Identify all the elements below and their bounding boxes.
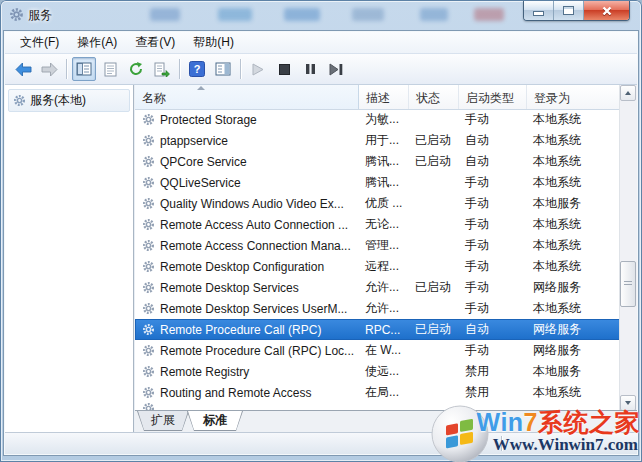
toolbar-separator bbox=[66, 59, 67, 79]
service-description: 无论... bbox=[359, 216, 409, 233]
table-row[interactable]: Quality Windows Audio Video Ex... 优质 ...… bbox=[135, 193, 620, 214]
table-row[interactable]: Remote Desktop Services 允许... 已启动 手动 网络服… bbox=[135, 277, 620, 298]
column-header-startup-type[interactable]: 启动类型 bbox=[459, 85, 527, 109]
service-startup-type: 手动 bbox=[459, 174, 527, 191]
restart-icon bbox=[329, 63, 343, 76]
column-header-status[interactable]: 状态 bbox=[409, 85, 459, 109]
refresh-button[interactable] bbox=[124, 57, 148, 81]
table-row[interactable]: Remote Access Connection Mana... 管理... 手… bbox=[135, 235, 620, 256]
table-row[interactable]: Remote Registry 使远... 禁用 本地服务 bbox=[135, 361, 620, 382]
console-tree-pane: 服务(本地) bbox=[5, 85, 134, 432]
table-row[interactable]: Remote Procedure Call (RPC) RPC... 已启动 自… bbox=[135, 319, 620, 340]
service-startup-type: 手动 bbox=[459, 195, 527, 212]
menu-help[interactable]: 帮助(H) bbox=[184, 31, 243, 54]
table-row[interactable]: Remote Procedure Call (RPC) Loc... 在 W..… bbox=[135, 340, 620, 361]
service-logon-as: 本地系统 bbox=[527, 300, 620, 317]
menu-view[interactable]: 查看(V) bbox=[126, 31, 184, 54]
toolbar-separator bbox=[240, 59, 241, 79]
service-gear-icon bbox=[142, 134, 155, 147]
column-header-name[interactable]: 名称 bbox=[135, 85, 359, 109]
service-status: 已启动 bbox=[409, 132, 459, 149]
restart-service-button[interactable] bbox=[324, 57, 348, 81]
help-button[interactable]: ? bbox=[185, 57, 209, 81]
titlebar-glass-artifact bbox=[474, 8, 504, 21]
service-startup-type: 手动 bbox=[459, 300, 527, 317]
service-description: 管理... bbox=[359, 237, 409, 254]
minimize-icon bbox=[533, 11, 544, 16]
titlebar-glass-artifact bbox=[420, 8, 448, 21]
column-header-label: 名称 bbox=[142, 91, 166, 105]
service-name: ptappservice bbox=[160, 134, 228, 148]
service-status: 已启动 bbox=[409, 321, 459, 338]
minimize-button[interactable] bbox=[524, 1, 554, 20]
service-gear-icon bbox=[142, 365, 155, 378]
properties-button[interactable] bbox=[98, 57, 122, 81]
tab-standard[interactable]: 标准 bbox=[187, 411, 243, 431]
close-button[interactable] bbox=[584, 1, 629, 20]
service-startup-type: 自动 bbox=[459, 132, 527, 149]
start-service-button[interactable] bbox=[246, 57, 270, 81]
scrollbar-thumb[interactable] bbox=[620, 261, 636, 307]
service-logon-as: 本地服务 bbox=[527, 195, 620, 212]
toolbar-separator bbox=[179, 59, 180, 79]
forward-button[interactable] bbox=[37, 57, 61, 81]
vertical-scrollbar[interactable] bbox=[619, 85, 637, 411]
tab-extended[interactable]: 扩展 bbox=[137, 411, 189, 431]
column-header-label: 启动类型 bbox=[466, 91, 514, 105]
services-window: 服务 文件(F) 操作(A) 查看(V) 帮助(H) bbox=[0, 0, 642, 462]
tree-item-services-local[interactable]: 服务(本地) bbox=[8, 89, 130, 112]
menu-action[interactable]: 操作(A) bbox=[68, 31, 126, 54]
titlebar-glass-artifact bbox=[284, 8, 320, 21]
service-startup-type: 手动 bbox=[459, 216, 527, 233]
service-logon-as: 本地系统 bbox=[527, 132, 620, 149]
export-list-button[interactable] bbox=[150, 57, 174, 81]
service-startup-type: 禁用 bbox=[459, 363, 527, 380]
forward-icon bbox=[41, 62, 58, 77]
table-row[interactable]: QQLiveService 腾讯... 手动 本地系统 bbox=[135, 172, 620, 193]
pause-icon bbox=[305, 63, 316, 75]
pause-service-button[interactable] bbox=[298, 57, 322, 81]
table-row[interactable]: Routing and Remote Access 在局... 禁用 本地系统 bbox=[135, 382, 620, 403]
show-console-tree-button[interactable] bbox=[72, 57, 96, 81]
service-gear-icon bbox=[142, 386, 155, 399]
scroll-down-button[interactable] bbox=[620, 395, 636, 411]
titlebar-glass-artifact bbox=[218, 8, 252, 21]
column-header-description[interactable]: 描述 bbox=[359, 85, 409, 109]
table-row[interactable]: Remote Access Auto Connection ... 无论... … bbox=[135, 214, 620, 235]
menu-file[interactable]: 文件(F) bbox=[11, 31, 68, 54]
service-logon-as: 网络服务 bbox=[527, 279, 620, 296]
title-bar[interactable]: 服务 bbox=[0, 0, 642, 30]
column-header-label: 状态 bbox=[416, 91, 440, 105]
service-gear-icon bbox=[142, 344, 155, 357]
table-row[interactable]: Protected Storage 为敏... 手动 本地系统 bbox=[135, 109, 620, 130]
service-gear-icon bbox=[142, 155, 155, 168]
service-description: 腾讯... bbox=[359, 174, 409, 191]
client-area: 文件(F) 操作(A) 查看(V) 帮助(H) bbox=[3, 30, 639, 456]
service-status: 已启动 bbox=[409, 279, 459, 296]
stop-service-button[interactable] bbox=[272, 57, 296, 81]
service-description: 远程... bbox=[359, 258, 409, 275]
maximize-button[interactable] bbox=[554, 1, 584, 20]
start-icon bbox=[252, 63, 264, 76]
back-button[interactable] bbox=[11, 57, 35, 81]
table-row[interactable]: Remote Desktop Services UserM... 允许... 手… bbox=[135, 298, 620, 319]
service-logon-as: 本地系统 bbox=[527, 258, 620, 275]
table-row[interactable]: QPCore Service 腾讯... 已启动 自动 本地系统 bbox=[135, 151, 620, 172]
service-gear-icon bbox=[142, 260, 155, 273]
service-logon-as: 网络服务 bbox=[527, 342, 620, 359]
service-startup-type: 禁用 bbox=[459, 384, 527, 401]
column-header-logon-as[interactable]: 登录为 bbox=[527, 85, 620, 109]
tab-label: 标准 bbox=[203, 413, 227, 427]
service-gear-icon bbox=[142, 281, 155, 294]
show-action-pane-button[interactable] bbox=[211, 57, 235, 81]
service-description: 腾讯... bbox=[359, 153, 409, 170]
service-startup-type: 自动 bbox=[459, 153, 527, 170]
table-row[interactable]: Remote Desktop Configuration 远程... 手动 本地… bbox=[135, 256, 620, 277]
toolbar: ? bbox=[5, 54, 637, 85]
service-name: Remote Desktop Configuration bbox=[160, 260, 324, 274]
table-row[interactable]: ptappservice 用于... 已启动 自动 本地系统 bbox=[135, 130, 620, 151]
service-logon-as: 本地服务 bbox=[527, 363, 620, 380]
service-logon-as: 本地系统 bbox=[527, 153, 620, 170]
column-header-label: 登录为 bbox=[534, 91, 570, 105]
scroll-up-button[interactable] bbox=[620, 85, 636, 101]
